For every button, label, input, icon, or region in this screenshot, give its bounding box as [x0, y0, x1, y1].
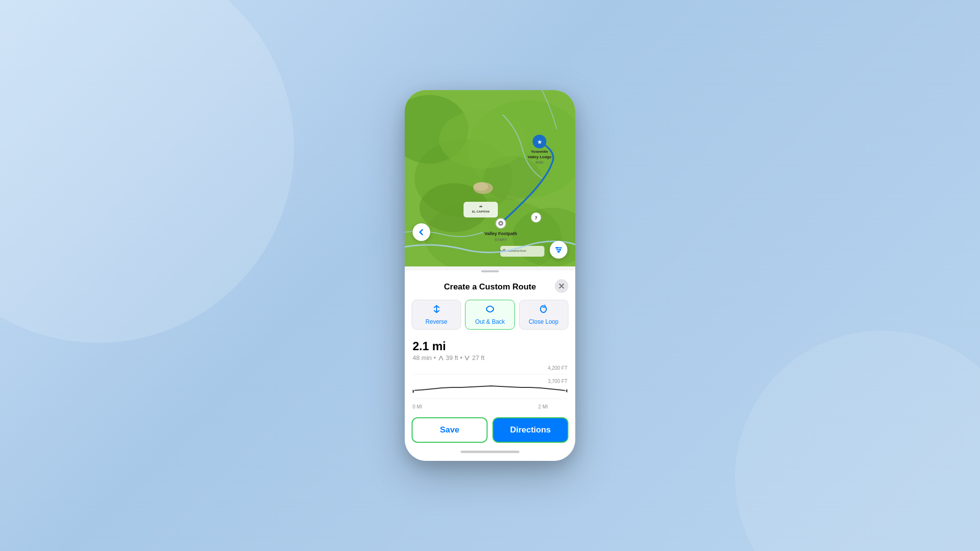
svg-point-32 — [558, 251, 560, 253]
reverse-icon — [432, 304, 441, 316]
svg-point-10 — [473, 182, 488, 191]
svg-point-36 — [413, 389, 415, 393]
svg-text:Valley Footpath: Valley Footpath — [485, 231, 517, 236]
elevation-right-mi: 2 MI — [539, 404, 548, 409]
descent-icon — [464, 355, 470, 361]
svg-text:START: START — [494, 238, 507, 242]
svg-text:Yosemite: Yosemite — [531, 149, 549, 154]
drag-indicator — [481, 270, 499, 272]
back-button[interactable] — [413, 223, 430, 241]
svg-text:7: 7 — [535, 216, 537, 220]
out-back-button[interactable]: Out & Back — [465, 300, 514, 330]
out-back-label: Out & Back — [475, 318, 505, 325]
ascent-value: 39 ft — [446, 354, 458, 361]
filter-button[interactable] — [550, 241, 567, 259]
svg-point-37 — [565, 389, 567, 393]
stats-detail: 48 min • 39 ft • 27 ft — [413, 354, 567, 361]
distance-value: 2.1 mi — [413, 339, 567, 353]
modal-title: Create a Custom Route — [444, 282, 536, 292]
reverse-button[interactable]: Reverse — [412, 300, 461, 330]
svg-text:EL CAPITAN: EL CAPITAN — [472, 210, 489, 213]
svg-point-19 — [500, 222, 502, 224]
action-buttons: Save Directions — [405, 413, 575, 449]
reverse-label: Reverse — [425, 318, 447, 325]
close-loop-icon — [539, 304, 548, 316]
bottom-panel: Create a Custom Route Reverse — [405, 270, 575, 461]
svg-text:Valley Lodge: Valley Lodge — [528, 155, 552, 159]
elevation-chart-area: 4,200 FT 0 MI 2 MI 3,700 FT — [405, 363, 575, 413]
elevation-left-mi: 0 MI — [413, 404, 422, 409]
modal-header: Create a Custom Route — [405, 276, 575, 296]
elevation-svg — [413, 372, 567, 401]
map-view[interactable]: ⛰ EL CAPITAN ⛰ Higher Cathedral Rock Val… — [405, 90, 575, 266]
svg-text:END: END — [536, 160, 543, 165]
close-button[interactable] — [555, 279, 568, 293]
svg-text:★: ★ — [537, 139, 542, 145]
descent-value: 27 ft — [472, 354, 484, 361]
svg-text:⛰: ⛰ — [479, 204, 483, 208]
ascent-icon — [438, 355, 444, 361]
elevation-top-label: 4,200 FT — [548, 365, 567, 371]
time-value: 48 min — [413, 354, 432, 361]
stats-area: 2.1 mi 48 min • 39 ft • 27 ft — [405, 335, 575, 363]
close-loop-button[interactable]: Close Loop — [519, 300, 568, 330]
out-back-icon — [485, 304, 495, 316]
directions-button[interactable]: Directions — [492, 417, 568, 443]
phone-frame: ⛰ EL CAPITAN ⛰ Higher Cathedral Rock Val… — [405, 90, 575, 461]
close-loop-label: Close Loop — [529, 318, 559, 325]
svg-point-8 — [439, 110, 527, 168]
home-indicator — [461, 451, 519, 453]
svg-point-30 — [556, 247, 558, 249]
save-button[interactable]: Save — [412, 417, 488, 443]
route-type-buttons: Reverse Out & Back — [405, 296, 575, 335]
elevation-bottom-label: 3,700 FT — [548, 379, 567, 384]
svg-point-31 — [559, 249, 561, 251]
